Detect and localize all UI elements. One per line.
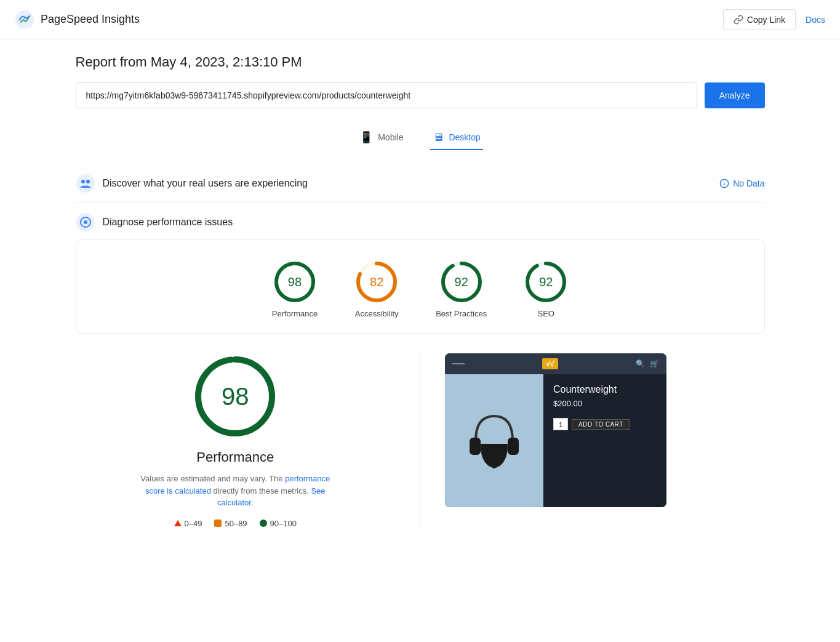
score-value-seo: 92 (539, 275, 553, 289)
legend-red-icon (174, 520, 182, 526)
legend-red: 0–49 (174, 519, 202, 528)
mockup-logo: √√ (542, 358, 558, 369)
info-icon (719, 179, 729, 188)
mockup-search-icon: 🔍 (636, 359, 645, 368)
score-label-accessibility: Accessibility (355, 309, 399, 318)
docs-link[interactable]: Docs (806, 15, 825, 25)
url-input[interactable] (76, 82, 697, 108)
real-users-section: Discover what your real users are experi… (76, 165, 765, 203)
score-legend: 0–49 50–89 90–100 (174, 519, 297, 528)
scores-row: 98 Performance 82 Accessibility (76, 260, 764, 318)
real-users-icon (76, 174, 95, 193)
desc-text-1: Values are estimated and may vary. The (140, 474, 285, 483)
headphone-image (463, 404, 525, 478)
tab-mobile-label: Mobile (378, 132, 403, 142)
mockup-cart-icon: 🛒 (650, 359, 659, 368)
mockup-menu-icon (452, 363, 465, 364)
svg-rect-20 (470, 438, 481, 455)
score-item-seo[interactable]: 92 SEO (524, 260, 568, 318)
score-value-accessibility: 82 (370, 275, 383, 289)
desc-text-2: directly from these metrics. (211, 486, 311, 496)
legend-green-icon (260, 520, 267, 527)
svg-rect-21 (508, 438, 519, 455)
score-circle-seo: 92 (524, 260, 568, 304)
mockup-content: Counterweight $200.00 1 ADD TO CART (445, 374, 666, 507)
mockup-product-image (445, 374, 543, 507)
scores-container: 98 Performance 82 Accessibility (76, 239, 765, 334)
svg-point-9 (84, 220, 87, 224)
desc-text-3: . (251, 498, 254, 507)
mockup-toolbar-icons: 🔍 🛒 (636, 359, 659, 368)
large-score-label: Performance (196, 449, 274, 465)
score-circle-best-practices: 92 (439, 260, 484, 304)
score-circle-accessibility: 82 (354, 260, 399, 304)
large-score-value: 98 (222, 383, 249, 411)
report-date: Report from May 4, 2023, 2:13:10 PM (76, 54, 765, 70)
diagnose-header: Diagnose performance issues (76, 212, 765, 232)
score-label-performance: Performance (272, 309, 318, 318)
no-data-label: No Data (733, 179, 764, 188)
mockup-qty: 1 (553, 418, 568, 430)
score-label-best-practices: Best Practices (436, 309, 487, 318)
diagnose-title: Diagnose performance issues (103, 217, 233, 228)
desktop-icon: 🖥 (433, 131, 444, 144)
mobile-icon: 📱 (359, 130, 373, 144)
score-value-best-practices: 92 (455, 275, 468, 289)
device-tabs: 📱 Mobile 🖥 Desktop (76, 126, 765, 150)
tab-desktop[interactable]: 🖥 Desktop (430, 126, 482, 150)
svg-point-1 (76, 174, 95, 193)
tab-desktop-label: Desktop (449, 132, 480, 142)
header-right: Copy Link Docs (723, 9, 825, 30)
link-icon (734, 15, 743, 25)
url-row: Analyze (76, 82, 765, 108)
legend-orange-label: 50–89 (225, 519, 247, 528)
copy-link-button[interactable]: Copy Link (723, 9, 796, 30)
score-description: Values are estimated and may vary. The p… (130, 473, 340, 509)
score-item-best-practices[interactable]: 92 Best Practices (436, 260, 487, 318)
large-score-circle: 98 (192, 353, 278, 439)
copy-link-label: Copy Link (747, 15, 785, 25)
real-users-title: Discover what your real users are experi… (103, 178, 308, 189)
mockup-product-details: Counterweight $200.00 1 ADD TO CART (543, 374, 666, 507)
svg-point-0 (15, 10, 34, 29)
score-label-seo: SEO (538, 309, 554, 318)
mockup-add-to-cart-row: 1 ADD TO CART (553, 418, 657, 430)
diagnose-icon (76, 212, 95, 232)
real-users-no-data: No Data (719, 179, 764, 188)
page-screenshot: √√ 🔍 🛒 (445, 353, 666, 507)
legend-red-label: 0–49 (185, 519, 202, 528)
legend-orange-icon (214, 520, 222, 527)
mockup-add-cart-btn: ADD TO CART (572, 419, 630, 430)
score-item-performance[interactable]: 98 Performance (272, 260, 318, 318)
main-content: Report from May 4, 2023, 2:13:10 PM Anal… (51, 39, 790, 543)
mockup-toolbar: √√ 🔍 🛒 (445, 353, 666, 374)
mockup-product-name: Counterweight (553, 384, 657, 395)
screenshot-mockup: √√ 🔍 🛒 (445, 353, 666, 507)
lower-section: 98 Performance Values are estimated and … (76, 353, 765, 528)
mockup-product-price: $200.00 (553, 399, 657, 408)
legend-green-label: 90–100 (270, 519, 297, 528)
header-left: PageSpeed Insights (15, 10, 140, 30)
score-item-accessibility[interactable]: 82 Accessibility (354, 260, 399, 318)
svg-point-3 (86, 180, 90, 183)
legend-green: 90–100 (260, 519, 297, 528)
pagespeed-logo (15, 10, 34, 30)
analyze-button[interactable]: Analyze (705, 82, 765, 108)
svg-point-2 (81, 180, 85, 183)
app-title: PageSpeed Insights (41, 13, 140, 26)
legend-orange: 50–89 (214, 519, 247, 528)
score-circle-performance: 98 (273, 260, 317, 304)
real-users-header-left: Discover what your real users are experi… (76, 174, 308, 193)
score-value-performance: 98 (288, 275, 302, 289)
tab-mobile[interactable]: 📱 Mobile (357, 126, 406, 150)
app-header: PageSpeed Insights Copy Link Docs (0, 0, 840, 39)
large-score-panel: 98 Performance Values are estimated and … (76, 353, 421, 528)
screenshot-panel: √√ 🔍 🛒 (445, 353, 765, 528)
